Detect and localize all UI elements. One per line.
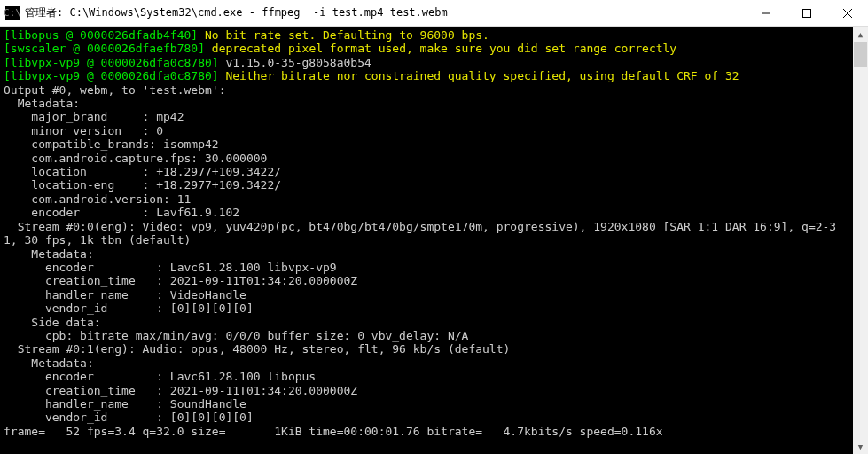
terminal-text: location : +18.2977+109.3422/ (4, 165, 281, 178)
terminal-text: 1, 30 fps, 1k tbn (default) (4, 233, 191, 247)
terminal-text: [libvpx-vp9 @ 0000026dfa0c8780] (4, 69, 225, 82)
terminal-text: compatible_brands: isommp42 (4, 137, 219, 151)
terminal-text: creation_time : 2021-09-11T01:34:20.0000… (4, 274, 357, 287)
terminal-text: [swscaler @ 0000026dfaefb780] (4, 42, 212, 55)
terminal-text: No bit rate set. Defaulting to 96000 bps… (205, 28, 489, 42)
terminal-text: handler_name : VideoHandle (4, 288, 246, 301)
terminal-text: encoder : Lavc61.28.100 libvpx-vp9 (4, 261, 337, 274)
terminal-text: minor_version : 0 (4, 124, 163, 137)
terminal-text: Metadata: (4, 247, 94, 261)
minimize-button[interactable] (746, 0, 786, 27)
terminal-text: handler_name : SoundHandle (4, 397, 246, 411)
minimize-icon (762, 9, 770, 18)
terminal-text: encoder : Lavf61.9.102 (4, 206, 239, 219)
scrollbar[interactable]: ▲ ▼ (853, 27, 868, 454)
terminal-text: Stream #0:0(eng): Video: vp9, yuv420p(pc… (4, 220, 836, 233)
terminal-text: com.android.version: 11 (4, 192, 191, 206)
svg-rect-0 (803, 9, 811, 17)
terminal-text: encoder : Lavc61.28.100 libopus (4, 370, 316, 383)
close-icon (843, 9, 852, 18)
terminal-text: Metadata: (4, 356, 94, 370)
scroll-up-button[interactable]: ▲ (853, 27, 868, 42)
terminal-text: [libopus @ 0000026dfadb4f40] (4, 28, 205, 42)
terminal-text: v1.15.0-35-g8058a0b54 (225, 56, 371, 69)
terminal-text: deprecated pixel format used, make sure … (212, 42, 676, 55)
maximize-button[interactable] (786, 0, 827, 27)
terminal-text: creation_time : 2021-09-11T01:34:20.0000… (4, 384, 357, 397)
terminal-text: vendor_id : [0][0][0][0] (4, 411, 254, 424)
titlebar: C:\ 管理者: C:\Windows\System32\cmd.exe - f… (0, 0, 868, 27)
terminal-text: com.android.capture.fps: 30.000000 (4, 152, 267, 165)
terminal-text: cpb: bitrate max/min/avg: 0/0/0 buffer s… (4, 329, 468, 342)
close-button[interactable] (827, 0, 868, 27)
scrollbar-thumb[interactable] (854, 42, 867, 67)
terminal-text: location-eng : +18.2977+109.3422/ (4, 178, 281, 192)
terminal-text: Side data: (4, 316, 101, 329)
cmd-icon: C:\ (5, 6, 20, 20)
terminal-text: Neither bitrate nor constrained quality … (225, 69, 739, 82)
scrollbar-track[interactable] (853, 42, 868, 439)
maximize-icon (802, 9, 811, 18)
terminal-text: frame= 52 fps=3.4 q=32.0 size= 1KiB time… (4, 425, 691, 438)
terminal-output[interactable]: [libopus @ 0000026dfadb4f40] No bit rate… (0, 27, 853, 454)
terminal-text: [libvpx-vp9 @ 0000026dfa0c8780] (4, 56, 225, 69)
terminal-text: Metadata: (4, 97, 80, 110)
scroll-down-button[interactable]: ▼ (853, 439, 868, 454)
terminal-text: vendor_id : [0][0][0][0] (4, 301, 254, 315)
window-title: 管理者: C:\Windows\System32\cmd.exe - ffmpe… (25, 5, 448, 20)
terminal-area: [libopus @ 0000026dfadb4f40] No bit rate… (0, 27, 868, 454)
terminal-text: Output #0, webm, to 'test.webm': (4, 83, 225, 97)
terminal-text: Stream #0:1(eng): Audio: opus, 48000 Hz,… (4, 342, 510, 356)
terminal-text: major_brand : mp42 (4, 110, 184, 123)
